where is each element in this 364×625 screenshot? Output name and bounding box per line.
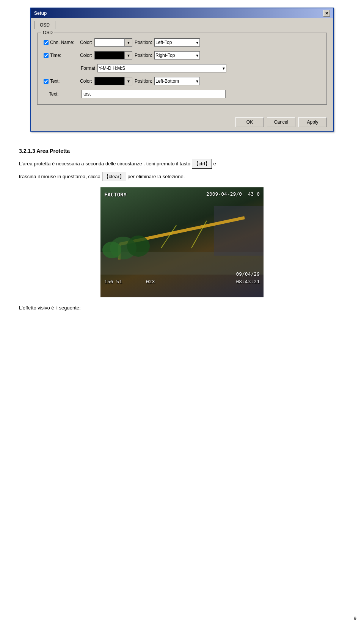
format-wrapper: Y-M-D H:M:S M-D-Y H:M:S D-M-Y H:M:S ▼ — [97, 64, 226, 72]
paragraph-2: trascina il mouse in quest'area, clicca … — [19, 172, 345, 181]
osd-group-box: OSD Chn. Name: Color: ▼ Position: Left-T… — [37, 33, 327, 105]
para1-text1: L'area protetta è necessaria a seconda d… — [19, 161, 190, 166]
tab-osd[interactable]: OSD — [34, 21, 55, 29]
svg-line-5 — [191, 221, 207, 248]
chn-position-select[interactable]: Left-Top Right-Top Left-Bottom Right-Bot… — [154, 38, 200, 47]
text-value-input[interactable]: test — [82, 90, 226, 98]
text-color-swatch[interactable] — [94, 77, 125, 85]
time-color-label: Color: — [80, 53, 92, 58]
chn-position-wrapper: Left-Top Right-Top Left-Bottom Right-Bot… — [154, 38, 200, 47]
format-row: Format Y-M-D H:M:S M-D-Y H:M:S D-M-Y H:M… — [44, 64, 320, 72]
format-label: Format — [81, 66, 95, 71]
text-osd-checkbox-label[interactable]: Text: — [44, 79, 78, 84]
time-label: Time: — [50, 53, 61, 58]
text-position-select[interactable]: Left-Top Right-Top Left-Bottom Right-Bot… — [154, 77, 200, 85]
time-color-dropdown-arrow[interactable]: ▼ — [125, 51, 132, 60]
clear-key: 【clear】 — [102, 172, 126, 181]
text-value-label: Text: — [49, 91, 79, 97]
para2-text1: trascina il mouse in quest'area, clicca — [19, 174, 100, 179]
dialog-titlebar: Setup ✕ — [31, 8, 333, 18]
paragraph-1: L'area protetta è necessaria a seconda d… — [19, 159, 345, 168]
cam-zoom: 02X — [146, 278, 155, 286]
chn-color-label: Color: — [80, 40, 92, 45]
para2-text2: per eliminare la selezione. — [127, 174, 185, 179]
time-position-select[interactable]: Left-Top Right-Top Left-Bottom Right-Bot… — [154, 51, 200, 60]
setup-dialog: Setup ✕ OSD OSD Chn. Name: Color: ▼ Posi… — [30, 8, 334, 132]
cam-factory-label: FACTORY — [104, 190, 127, 199]
svg-point-8 — [102, 242, 121, 258]
chn-color-swatch[interactable] — [94, 38, 125, 47]
time-position-label: Position: — [135, 53, 152, 58]
time-color-swatch[interactable] — [94, 51, 125, 60]
dialog-title: Setup — [34, 11, 47, 16]
cancel-button[interactable]: Cancel — [267, 117, 295, 127]
time-checkbox[interactable] — [44, 53, 49, 58]
text-osd-row: Text: Color: ▼ Position: Left-Top Right-… — [44, 77, 320, 85]
apply-button[interactable]: Apply — [298, 117, 327, 127]
format-select[interactable]: Y-M-D H:M:S M-D-Y H:M:S D-M-Y H:M:S — [97, 64, 226, 72]
page-number: 9 — [354, 616, 356, 621]
text-osd-label: Text: — [50, 79, 60, 84]
text-color-label: Color: — [80, 79, 92, 84]
group-box-legend: OSD — [41, 30, 54, 35]
chn-color-select-wrapper: ▼ — [94, 38, 132, 47]
text-value-row: Text: test — [44, 90, 320, 98]
svg-rect-1 — [214, 206, 264, 256]
ctrl-key: 【ctrl】 — [192, 159, 212, 168]
chn-name-checkbox[interactable] — [44, 40, 49, 45]
svg-line-4 — [161, 225, 176, 248]
chn-color-dropdown-arrow[interactable]: ▼ — [125, 38, 132, 47]
dialog-body: OSD Chn. Name: Color: ▼ Position: Left-T… — [31, 29, 333, 114]
time-checkbox-label[interactable]: Time: — [44, 53, 78, 58]
dialog-buttons: OK Cancel Apply — [31, 114, 333, 131]
chn-name-label: Chn. Name: — [50, 40, 74, 45]
svg-point-7 — [127, 236, 150, 257]
chn-name-row: Chn. Name: Color: ▼ Position: Left-Top R… — [44, 38, 320, 47]
time-position-wrapper: Left-Top Right-Top Left-Bottom Right-Bot… — [154, 51, 200, 60]
close-button[interactable]: ✕ — [323, 10, 330, 17]
cam-datetime: 09/04/29 08:43:21 — [236, 270, 260, 286]
caption-text: L'effetto visivo è il seguente: — [19, 303, 345, 312]
text-osd-checkbox[interactable] — [44, 79, 49, 84]
section-heading: 3.2.1.3 Area Protetta — [19, 147, 345, 155]
ok-button[interactable]: OK — [235, 117, 264, 127]
cam-date-top: 2009-04-29/0 43 0 — [206, 190, 260, 198]
text-color-dropdown-arrow[interactable]: ▼ — [125, 77, 132, 85]
chn-name-checkbox-label[interactable]: Chn. Name: — [44, 40, 78, 45]
chn-position-label: Position: — [135, 40, 152, 45]
time-color-select-wrapper: ▼ — [94, 51, 132, 60]
text-position-wrapper: Left-Top Right-Top Left-Bottom Right-Bot… — [154, 77, 200, 85]
camera-screenshot: FACTORY 2009-04-29/0 43 0 156 51 02X 09/… — [100, 187, 264, 297]
dialog-tabs: OSD — [31, 18, 333, 29]
time-row: Time: Color: ▼ Position: Left-Top Right-… — [44, 51, 320, 60]
cam-coords: 156 51 — [104, 278, 122, 286]
text-color-select-wrapper: ▼ — [94, 77, 132, 85]
text-position-label: Position: — [135, 79, 152, 84]
crane-svg — [100, 206, 264, 275]
doc-content: 3.2.1.3 Area Protetta L'area protetta è … — [0, 139, 364, 331]
para1-text2: e — [213, 161, 216, 166]
